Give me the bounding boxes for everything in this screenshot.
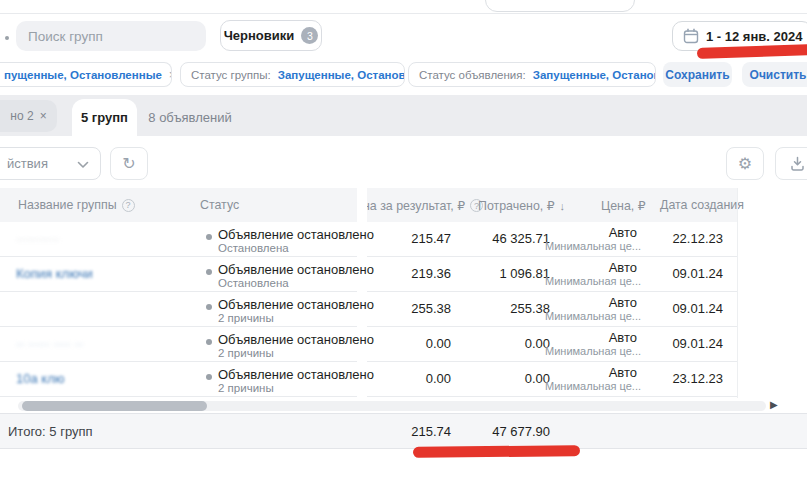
save-filters-button[interactable]: Сохранить (663, 62, 732, 87)
search-placeholder: Поиск групп (28, 29, 103, 44)
price-strategy: Минимальная це... (545, 345, 637, 357)
group-name-link[interactable]: Копия ключи (16, 266, 93, 281)
column-header-created[interactable]: Дата создания (660, 198, 744, 212)
status-text: Объявление остановлено (218, 297, 374, 312)
status-dot (206, 339, 212, 345)
tab-ads[interactable]: 8 объявлений (138, 99, 242, 136)
price-value: Авто (545, 365, 637, 380)
group-name-link[interactable]: ·· ····· ···· ·· (16, 336, 83, 351)
refresh-icon: ↻ (122, 156, 135, 172)
cost-per-result-value: 255.38 (368, 301, 451, 316)
filter-chip-label: Статус группы: (191, 69, 271, 81)
actions-dropdown[interactable]: йствия (0, 147, 101, 180)
clear-filters-button[interactable]: Очистить (742, 62, 807, 87)
filter-chip-value: пущенные, Остановленные (4, 69, 162, 81)
created-date: 09.01.24 (643, 266, 723, 281)
gear-icon: ⚙ (738, 156, 752, 172)
table-header: Название группы? Статус на за результат,… (0, 188, 737, 222)
table-right-edge (737, 188, 738, 398)
chevron-down-icon (77, 161, 89, 169)
cost-per-result-value: 0.00 (368, 336, 451, 351)
top-divider (0, 13, 807, 14)
column-header-group-name[interactable]: Название группы? (18, 198, 135, 212)
price-value: Авто (545, 295, 637, 310)
cost-per-result-value: 219.36 (368, 266, 451, 281)
drafts-label: Черновики (224, 28, 295, 43)
spent-value: 46 325.71 (460, 231, 550, 246)
totals-label: Итого: 5 групп (8, 424, 93, 439)
table-row[interactable]: ·········· Объявление остановлено Остано… (0, 222, 737, 257)
settings-button[interactable]: ⚙ (726, 147, 764, 180)
status-text: Объявление остановлено (218, 262, 374, 277)
row-separator (367, 396, 737, 397)
red-annotation-totals (413, 445, 580, 458)
status-subtext: Остановлена (218, 242, 289, 254)
refresh-button[interactable]: ↻ (110, 147, 148, 180)
price-strategy: Минимальная це... (545, 380, 637, 392)
export-button[interactable] (775, 147, 807, 180)
search-input[interactable]: Поиск групп (16, 21, 206, 51)
spent-value: 0.00 (460, 371, 550, 386)
price-cell: Авто Минимальная це... (545, 365, 637, 392)
filter-chip-campaign-status[interactable]: пущенные, Остановленные × (0, 62, 172, 87)
scroll-right-arrow[interactable]: ▶ (770, 399, 778, 410)
remove-filter-icon[interactable]: × (169, 68, 172, 81)
calendar-icon (683, 28, 699, 44)
price-cell: Авто Минимальная це... (545, 330, 637, 357)
filter-chip-group-status[interactable]: Статус группы: Запущенные, Остановленные… (180, 62, 405, 87)
drafts-count-badge: 3 (301, 27, 318, 44)
drafts-button[interactable]: Черновики 3 (220, 20, 322, 51)
download-icon (790, 156, 805, 171)
spent-value: 1 096.81 (460, 266, 550, 281)
group-name-link[interactable]: 10а клю (16, 371, 64, 386)
status-text: Объявление остановлено (218, 332, 374, 347)
price-value: Авто (545, 330, 637, 345)
cost-per-result-value: 0.00 (368, 371, 451, 386)
sort-desc-icon[interactable]: ↓ (560, 200, 566, 212)
status-text: Объявление остановлено (218, 227, 374, 242)
created-date: 23.12.23 (643, 371, 723, 386)
status-dot (206, 234, 212, 240)
status-subtext: 2 причины (218, 312, 274, 324)
status-subtext: 2 причины (218, 347, 274, 359)
filter-chip-ad-status[interactable]: Статус объявления: Запущенные, Остановле… (408, 62, 656, 87)
totals-spent: 47 677.90 (460, 424, 550, 439)
price-value: Авто (545, 260, 637, 275)
horizontal-scrollbar-thumb[interactable] (22, 401, 207, 411)
group-name-link[interactable]: ·········· (16, 231, 59, 246)
date-range-value: 1 - 12 янв. 2024 (706, 29, 802, 44)
column-header-cost-per-result[interactable]: на за результат, ₽? (363, 198, 483, 213)
price-value: Авто (545, 225, 637, 240)
clear-selection-icon[interactable]: × (40, 109, 47, 123)
column-header-spent[interactable]: Потрачено, ₽↓ (478, 198, 565, 213)
price-cell: Авто Минимальная це... (545, 225, 637, 252)
filter-chip-value: Запущенные, Остановленные (533, 69, 656, 81)
created-date: 22.12.23 (643, 231, 723, 246)
selected-items-chip[interactable]: но 2 × (0, 100, 57, 132)
totals-cost-per-result: 215.74 (368, 424, 451, 439)
column-header-status[interactable]: Статус (200, 198, 239, 212)
table-row[interactable]: 10а клю Объявление остановлено 2 причины… (0, 362, 737, 397)
filter-chip-value: Запущенные, Остановленные (278, 69, 405, 81)
actions-dropdown-label: йствия (7, 156, 48, 171)
created-date: 09.01.24 (643, 301, 723, 316)
price-cell: Авто Минимальная це... (545, 295, 637, 322)
status-subtext: Остановлена (218, 277, 289, 289)
table-row[interactable]: Объявление остановлено 2 причины 255.38 … (0, 292, 737, 327)
spent-value: 255.38 (460, 301, 550, 316)
row-separator (0, 396, 357, 397)
created-date: 09.01.24 (643, 336, 723, 351)
status-dot (206, 304, 212, 310)
price-cell: Авто Минимальная це... (545, 260, 637, 287)
table-row[interactable]: Копия ключи Объявление остановлено Остан… (0, 257, 737, 292)
spent-value: 0.00 (460, 336, 550, 351)
status-subtext: 2 причины (218, 382, 274, 394)
frozen-column-gutter (357, 188, 367, 222)
tab-groups[interactable]: 5 групп (72, 99, 137, 136)
search-icon (5, 36, 9, 40)
table-row[interactable]: ·· ····· ···· ·· Объявление остановлено … (0, 327, 737, 362)
filter-chip-label: Статус объявления: (419, 69, 526, 81)
help-icon[interactable]: ? (122, 199, 135, 212)
status-dot (206, 269, 212, 275)
column-header-price[interactable]: Цена, ₽ (601, 198, 646, 213)
